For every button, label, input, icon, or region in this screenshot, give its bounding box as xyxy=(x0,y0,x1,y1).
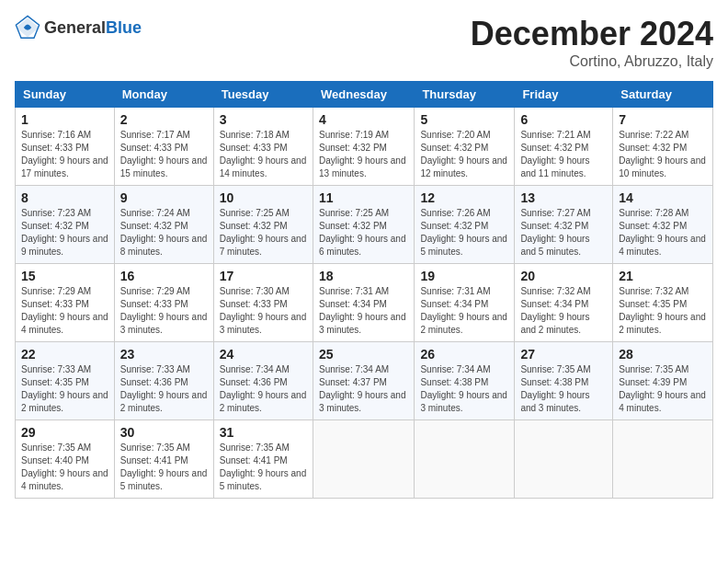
table-row: 31Sunrise: 7:35 AM Sunset: 4:41 PM Dayli… xyxy=(213,420,313,499)
table-row: 16Sunrise: 7:29 AM Sunset: 4:33 PM Dayli… xyxy=(114,264,213,342)
table-row: 25Sunrise: 7:34 AM Sunset: 4:37 PM Dayli… xyxy=(313,342,414,420)
day-number: 3 xyxy=(220,112,307,127)
day-info: Sunrise: 7:20 AM Sunset: 4:32 PM Dayligh… xyxy=(420,129,508,180)
day-number: 26 xyxy=(420,347,508,362)
day-number: 16 xyxy=(120,269,208,283)
day-number: 9 xyxy=(120,190,208,205)
table-row: 17Sunrise: 7:30 AM Sunset: 4:33 PM Dayli… xyxy=(213,264,313,342)
table-row: 3Sunrise: 7:18 AM Sunset: 4:33 PM Daylig… xyxy=(213,108,313,186)
table-row: 23Sunrise: 7:33 AM Sunset: 4:36 PM Dayli… xyxy=(114,342,213,420)
day-info: Sunrise: 7:32 AM Sunset: 4:34 PM Dayligh… xyxy=(520,285,607,337)
logo-blue-text: Blue xyxy=(106,18,142,37)
table-row: 12Sunrise: 7:26 AM Sunset: 4:32 PM Dayli… xyxy=(415,186,515,264)
day-info: Sunrise: 7:18 AM Sunset: 4:33 PM Dayligh… xyxy=(220,129,307,180)
table-row: 15Sunrise: 7:29 AM Sunset: 4:33 PM Dayli… xyxy=(16,264,115,342)
table-row: 10Sunrise: 7:25 AM Sunset: 4:32 PM Dayli… xyxy=(213,186,313,264)
calendar-table: Sunday Monday Tuesday Wednesday Thursday… xyxy=(15,81,713,499)
day-info: Sunrise: 7:33 AM Sunset: 4:35 PM Dayligh… xyxy=(21,363,108,415)
table-row: 13Sunrise: 7:27 AM Sunset: 4:32 PM Dayli… xyxy=(515,186,613,264)
day-number: 30 xyxy=(120,425,208,440)
table-row xyxy=(515,420,613,499)
day-info: Sunrise: 7:23 AM Sunset: 4:32 PM Dayligh… xyxy=(21,207,108,259)
day-info: Sunrise: 7:22 AM Sunset: 4:32 PM Dayligh… xyxy=(619,129,707,180)
page-header: GeneralBlue December 2024 Cortino, Abruz… xyxy=(15,15,713,70)
table-row: 18Sunrise: 7:31 AM Sunset: 4:34 PM Dayli… xyxy=(313,264,414,342)
day-number: 12 xyxy=(420,190,508,205)
day-number: 10 xyxy=(220,190,307,205)
calendar-week-3: 15Sunrise: 7:29 AM Sunset: 4:33 PM Dayli… xyxy=(16,264,713,342)
calendar-week-1: 1Sunrise: 7:16 AM Sunset: 4:33 PM Daylig… xyxy=(16,108,713,186)
day-info: Sunrise: 7:16 AM Sunset: 4:33 PM Dayligh… xyxy=(21,129,108,180)
month-title: December 2024 xyxy=(471,15,713,53)
calendar-week-5: 29Sunrise: 7:35 AM Sunset: 4:40 PM Dayli… xyxy=(16,420,713,499)
table-row xyxy=(313,420,414,499)
day-number: 4 xyxy=(319,112,408,127)
logo-icon xyxy=(15,15,40,40)
day-number: 29 xyxy=(21,425,108,440)
day-number: 14 xyxy=(619,190,707,205)
day-info: Sunrise: 7:30 AM Sunset: 4:33 PM Dayligh… xyxy=(220,285,307,337)
day-info: Sunrise: 7:31 AM Sunset: 4:34 PM Dayligh… xyxy=(319,285,408,337)
col-tuesday: Tuesday xyxy=(213,82,313,108)
table-row: 4Sunrise: 7:19 AM Sunset: 4:32 PM Daylig… xyxy=(313,108,414,186)
day-info: Sunrise: 7:21 AM Sunset: 4:32 PM Dayligh… xyxy=(520,129,607,180)
day-info: Sunrise: 7:34 AM Sunset: 4:36 PM Dayligh… xyxy=(220,363,307,415)
table-row: 28Sunrise: 7:35 AM Sunset: 4:39 PM Dayli… xyxy=(613,342,713,420)
day-number: 17 xyxy=(220,269,307,283)
title-section: December 2024 Cortino, Abruzzo, Italy xyxy=(471,15,713,70)
calendar-header-row: Sunday Monday Tuesday Wednesday Thursday… xyxy=(16,82,713,108)
col-friday: Friday xyxy=(515,82,613,108)
logo: GeneralBlue xyxy=(15,15,142,40)
col-wednesday: Wednesday xyxy=(313,82,414,108)
table-row: 22Sunrise: 7:33 AM Sunset: 4:35 PM Dayli… xyxy=(16,342,115,420)
day-number: 8 xyxy=(21,190,108,205)
day-number: 25 xyxy=(319,347,408,362)
day-info: Sunrise: 7:35 AM Sunset: 4:41 PM Dayligh… xyxy=(120,442,208,493)
day-info: Sunrise: 7:34 AM Sunset: 4:38 PM Dayligh… xyxy=(420,363,508,415)
col-saturday: Saturday xyxy=(613,82,713,108)
table-row: 26Sunrise: 7:34 AM Sunset: 4:38 PM Dayli… xyxy=(415,342,515,420)
day-number: 21 xyxy=(619,269,707,283)
table-row: 24Sunrise: 7:34 AM Sunset: 4:36 PM Dayli… xyxy=(213,342,313,420)
day-number: 24 xyxy=(220,347,307,362)
day-info: Sunrise: 7:28 AM Sunset: 4:32 PM Dayligh… xyxy=(619,207,707,259)
day-number: 28 xyxy=(619,347,707,362)
day-number: 23 xyxy=(120,347,208,362)
day-info: Sunrise: 7:25 AM Sunset: 4:32 PM Dayligh… xyxy=(220,207,307,259)
table-row xyxy=(613,420,713,499)
day-info: Sunrise: 7:35 AM Sunset: 4:41 PM Dayligh… xyxy=(220,442,307,493)
day-info: Sunrise: 7:17 AM Sunset: 4:33 PM Dayligh… xyxy=(120,129,208,180)
day-info: Sunrise: 7:35 AM Sunset: 4:40 PM Dayligh… xyxy=(21,442,108,493)
day-info: Sunrise: 7:19 AM Sunset: 4:32 PM Dayligh… xyxy=(319,129,408,180)
day-info: Sunrise: 7:26 AM Sunset: 4:32 PM Dayligh… xyxy=(420,207,508,259)
table-row: 8Sunrise: 7:23 AM Sunset: 4:32 PM Daylig… xyxy=(16,186,115,264)
table-row: 20Sunrise: 7:32 AM Sunset: 4:34 PM Dayli… xyxy=(515,264,613,342)
day-number: 20 xyxy=(520,269,607,283)
table-row xyxy=(415,420,515,499)
day-info: Sunrise: 7:33 AM Sunset: 4:36 PM Dayligh… xyxy=(120,363,208,415)
day-info: Sunrise: 7:35 AM Sunset: 4:38 PM Dayligh… xyxy=(520,363,607,415)
table-row: 11Sunrise: 7:25 AM Sunset: 4:32 PM Dayli… xyxy=(313,186,414,264)
table-row: 9Sunrise: 7:24 AM Sunset: 4:32 PM Daylig… xyxy=(114,186,213,264)
day-number: 2 xyxy=(120,112,208,127)
table-row: 30Sunrise: 7:35 AM Sunset: 4:41 PM Dayli… xyxy=(114,420,213,499)
day-number: 13 xyxy=(520,190,607,205)
day-number: 11 xyxy=(319,190,408,205)
day-number: 15 xyxy=(21,269,108,283)
day-info: Sunrise: 7:35 AM Sunset: 4:39 PM Dayligh… xyxy=(619,363,707,415)
day-number: 6 xyxy=(520,112,607,127)
day-info: Sunrise: 7:31 AM Sunset: 4:34 PM Dayligh… xyxy=(420,285,508,337)
table-row: 1Sunrise: 7:16 AM Sunset: 4:33 PM Daylig… xyxy=(16,108,115,186)
logo-general-text: General xyxy=(44,18,106,37)
day-info: Sunrise: 7:29 AM Sunset: 4:33 PM Dayligh… xyxy=(120,285,208,337)
calendar-week-4: 22Sunrise: 7:33 AM Sunset: 4:35 PM Dayli… xyxy=(16,342,713,420)
day-number: 27 xyxy=(520,347,607,362)
table-row: 5Sunrise: 7:20 AM Sunset: 4:32 PM Daylig… xyxy=(415,108,515,186)
table-row: 14Sunrise: 7:28 AM Sunset: 4:32 PM Dayli… xyxy=(613,186,713,264)
day-number: 22 xyxy=(21,347,108,362)
day-number: 18 xyxy=(319,269,408,283)
table-row: 27Sunrise: 7:35 AM Sunset: 4:38 PM Dayli… xyxy=(515,342,613,420)
table-row: 29Sunrise: 7:35 AM Sunset: 4:40 PM Dayli… xyxy=(16,420,115,499)
calendar-week-2: 8Sunrise: 7:23 AM Sunset: 4:32 PM Daylig… xyxy=(16,186,713,264)
day-info: Sunrise: 7:25 AM Sunset: 4:32 PM Dayligh… xyxy=(319,207,408,259)
